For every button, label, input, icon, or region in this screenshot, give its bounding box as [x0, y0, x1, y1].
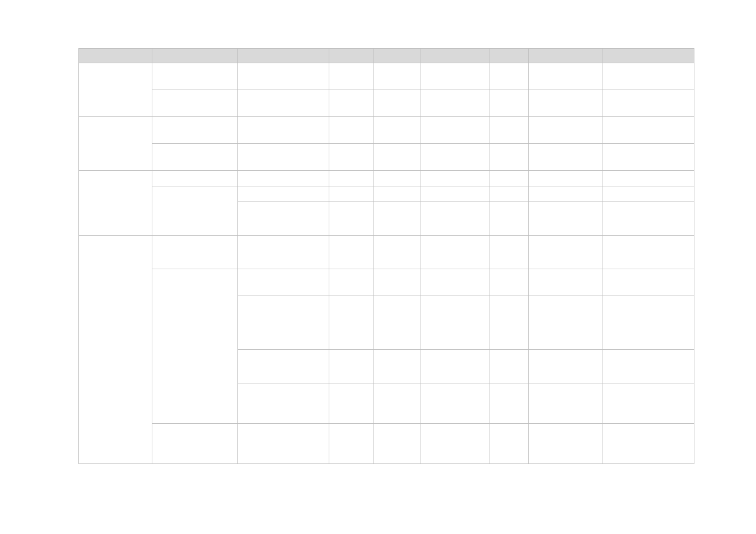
- cell: [329, 144, 374, 171]
- table-row: [79, 186, 694, 202]
- cell: [329, 236, 374, 269]
- cell: [329, 117, 374, 144]
- cell: [421, 269, 489, 296]
- cell: [421, 236, 489, 269]
- th-5: [421, 49, 489, 63]
- cell: [237, 350, 329, 383]
- table-row: [79, 171, 694, 186]
- row-label: [152, 269, 237, 424]
- th-8: [603, 49, 694, 63]
- row-label: [152, 63, 237, 90]
- cell: [374, 269, 421, 296]
- cell: [489, 202, 528, 236]
- cell: [489, 296, 528, 350]
- cell: [528, 350, 603, 383]
- cell: [374, 63, 421, 90]
- cell: [329, 90, 374, 117]
- cell: [374, 424, 421, 464]
- th-4: [374, 49, 421, 63]
- cell: [603, 424, 694, 464]
- cell: [329, 63, 374, 90]
- cell: [603, 236, 694, 269]
- cell: [489, 171, 528, 186]
- data-table: [78, 48, 694, 464]
- cell: [603, 350, 694, 383]
- row-label: [152, 424, 237, 464]
- cell: [489, 186, 528, 202]
- cell: [237, 90, 329, 117]
- table-row: [79, 236, 694, 269]
- cell: [528, 63, 603, 90]
- cell: [603, 186, 694, 202]
- cell: [489, 383, 528, 424]
- cell: [374, 296, 421, 350]
- cell: [237, 186, 329, 202]
- cell: [374, 117, 421, 144]
- cell: [374, 236, 421, 269]
- cell: [237, 144, 329, 171]
- cell: [374, 202, 421, 236]
- cell: [603, 117, 694, 144]
- cell: [528, 424, 603, 464]
- cell: [421, 144, 489, 171]
- cell: [329, 424, 374, 464]
- cell: [374, 144, 421, 171]
- cell: [528, 90, 603, 117]
- cell: [421, 171, 489, 186]
- cell: [237, 171, 329, 186]
- cell: [329, 171, 374, 186]
- cell: [603, 144, 694, 171]
- cell: [329, 296, 374, 350]
- cell: [237, 236, 329, 269]
- cell: [489, 117, 528, 144]
- th-7: [528, 49, 603, 63]
- cell: [237, 202, 329, 236]
- cell: [603, 171, 694, 186]
- cell: [329, 202, 374, 236]
- table-row: [79, 63, 694, 90]
- group-label: [79, 236, 152, 464]
- table-row: [79, 90, 694, 117]
- cell: [528, 144, 603, 171]
- cell: [421, 383, 489, 424]
- cell: [528, 296, 603, 350]
- table-row: [79, 424, 694, 464]
- cell: [329, 383, 374, 424]
- cell: [374, 186, 421, 202]
- cell: [603, 202, 694, 236]
- cell: [421, 424, 489, 464]
- cell: [603, 296, 694, 350]
- cell: [603, 269, 694, 296]
- cell: [489, 424, 528, 464]
- group-label: [79, 63, 152, 117]
- cell: [237, 424, 329, 464]
- cell: [374, 350, 421, 383]
- th-1: [152, 49, 237, 63]
- cell: [237, 296, 329, 350]
- cell: [237, 269, 329, 296]
- row-label: [152, 186, 237, 236]
- cell: [421, 90, 489, 117]
- row-label: [152, 117, 237, 144]
- cell: [421, 296, 489, 350]
- th-3: [329, 49, 374, 63]
- cell: [489, 236, 528, 269]
- cell: [528, 383, 603, 424]
- cell: [237, 63, 329, 90]
- cell: [489, 63, 528, 90]
- table-header-row: [79, 49, 694, 63]
- cell: [374, 90, 421, 117]
- cell: [528, 171, 603, 186]
- group-label: [79, 171, 152, 236]
- cell: [374, 383, 421, 424]
- cell: [603, 90, 694, 117]
- cell: [489, 90, 528, 117]
- cell: [489, 350, 528, 383]
- th-2: [237, 49, 329, 63]
- cell: [374, 171, 421, 186]
- group-label: [79, 117, 152, 171]
- cell: [237, 117, 329, 144]
- cell: [421, 117, 489, 144]
- table-row: [79, 269, 694, 296]
- cell: [421, 202, 489, 236]
